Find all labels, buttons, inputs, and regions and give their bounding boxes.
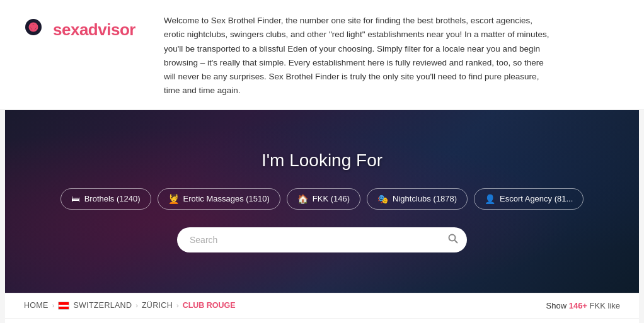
breadcrumb-right: Show 146+ FKK like bbox=[546, 301, 620, 310]
hero-banner: I'm Looking For 🛏 Brothels (1240) 💆 Erot… bbox=[5, 110, 639, 293]
pill-escort-agency[interactable]: 👤 Escort Agency (81... bbox=[474, 188, 584, 210]
escort-icon: 👤 bbox=[485, 194, 495, 204]
search-button[interactable] bbox=[448, 234, 458, 246]
breadcrumb-sep-3: › bbox=[176, 302, 179, 309]
search-bar[interactable] bbox=[177, 227, 467, 252]
switzerland-flag bbox=[58, 302, 69, 310]
pill-escort-agency-label: Escort Agency (81... bbox=[500, 194, 573, 203]
logo-text: sexadvisor bbox=[53, 20, 135, 40]
breadcrumb: HOME › SWITZERLAND › ZÜRICH › CLUB ROUGE bbox=[24, 301, 236, 310]
pill-erotic-massages-label: Erotic Massages (1510) bbox=[183, 194, 270, 203]
page-content-strip: Club R... bbox=[5, 318, 639, 323]
show-label: Show bbox=[546, 301, 567, 310]
pill-brothels-label: Brothels (1240) bbox=[84, 194, 141, 203]
logo[interactable]: sexadvisor bbox=[19, 11, 145, 44]
search-input[interactable] bbox=[177, 227, 467, 252]
pill-nightclubs-label: Nightclubs (1878) bbox=[393, 194, 457, 203]
breadcrumb-sep-2: › bbox=[135, 302, 138, 309]
breadcrumb-city[interactable]: ZÜRICH bbox=[142, 301, 173, 310]
fkk-type-value: FKK like bbox=[590, 301, 620, 310]
pill-fkk-label: FKK (146) bbox=[313, 194, 350, 203]
logo-icon bbox=[19, 15, 48, 44]
header-description: Welcome to Sex Brothel Finder, the numbe… bbox=[164, 11, 555, 98]
pill-nightclubs[interactable]: 🎭 Nightclubs (1878) bbox=[367, 188, 468, 210]
breadcrumb-sep-1: › bbox=[52, 302, 55, 309]
breadcrumb-current: CLUB ROUGE bbox=[183, 301, 236, 310]
breadcrumb-home[interactable]: HOME bbox=[24, 301, 49, 310]
fkk-count-value: 146+ bbox=[569, 301, 587, 310]
site-header: sexadvisor Welcome to Sex Brothel Finder… bbox=[0, 0, 644, 110]
svg-point-2 bbox=[449, 234, 456, 241]
filter-pills: 🛏 Brothels (1240) 💆 Erotic Massages (151… bbox=[60, 188, 584, 210]
pill-erotic-massages[interactable]: 💆 Erotic Massages (1510) bbox=[158, 188, 280, 210]
pill-brothels[interactable]: 🛏 Brothels (1240) bbox=[60, 188, 151, 210]
breadcrumb-country[interactable]: SWITZERLAND bbox=[73, 301, 132, 310]
breadcrumb-bar: HOME › SWITZERLAND › ZÜRICH › CLUB ROUGE… bbox=[5, 293, 639, 318]
brothel-icon: 🛏 bbox=[71, 194, 80, 204]
fkk-icon: 🏠 bbox=[297, 194, 308, 204]
svg-line-3 bbox=[455, 240, 458, 243]
pill-fkk[interactable]: 🏠 FKK (146) bbox=[287, 188, 360, 210]
hero-title: I'm Looking For bbox=[262, 150, 382, 171]
massage-icon: 💆 bbox=[168, 194, 179, 204]
nightclub-icon: 🎭 bbox=[377, 194, 388, 204]
